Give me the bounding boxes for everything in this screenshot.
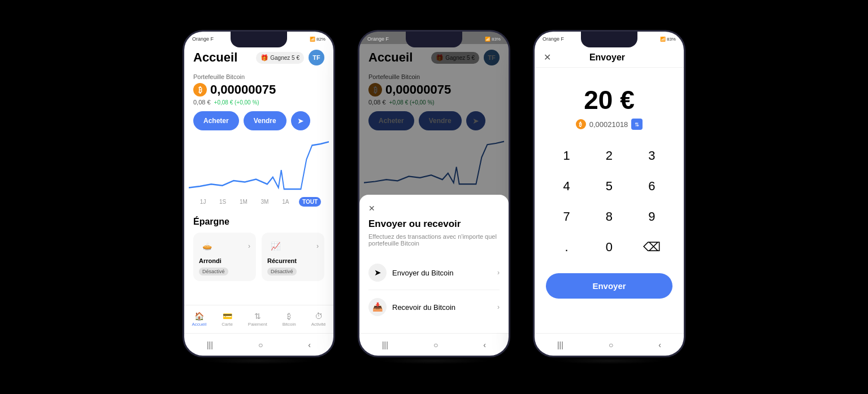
app-header-1: Accueil 🎁 Gagnez 5 € TF [184,44,333,70]
wallet-label-1: Portefeuille Bitcoin [193,73,324,80]
key-2[interactable]: 2 [588,141,630,170]
home-icon: 🏠 [194,312,204,321]
key-1[interactable]: 1 [546,141,587,170]
recevoir-label: Recevoir du Bitcoin [392,303,455,312]
android-btn-home-2[interactable]: ○ [433,340,438,349]
android-btn-back-2[interactable]: ‹ [483,340,486,349]
send-button-1[interactable]: ➤ [291,111,310,130]
modal-item-envoyer[interactable]: ➤ Envoyer du Bitcoin › [368,256,500,290]
key-8[interactable]: 8 [588,202,630,231]
time-filter-1: 1J 1S 1M 3M 1A TOUT [184,195,333,209]
filter-3m[interactable]: 3M [258,197,272,207]
envoyer-main-button-3[interactable]: Envoyer [546,273,672,299]
nav-paiement-1[interactable]: ⇅ Paiement [248,312,267,327]
android-btn-menu-2[interactable]: ||| [382,340,388,349]
android-nav-2: ||| ○ ‹ [359,333,509,356]
app-nav-1: 🏠 Accueil 💳 Carte ⇅ Paiement ₿ Bitcoin [184,305,333,333]
key-3[interactable]: 3 [631,141,672,170]
epargne-title-1: Épargne [193,217,324,227]
filter-1s[interactable]: 1S [216,197,229,207]
wallet-amount-value-1: 0,00000075 [210,82,276,97]
nav-activite-1[interactable]: ⏱ Activité [311,312,326,327]
wallet-eur-1: 0,08 € +0,08 € (+0,00 %) [193,99,324,106]
bitcoin-nav-icon: ₿ [287,312,291,321]
key-7[interactable]: 7 [546,202,587,231]
nav-carte-label: Carte [222,322,233,327]
android-btn-home[interactable]: ○ [258,340,263,349]
screen-3: ✕ Envoyer 20 € ₿ 0,00021018 ⇅ 1 2 [535,44,684,333]
status-bar-3: Orange F 16:54 📶 83% [535,32,684,44]
android-btn-back[interactable]: ‹ [308,340,311,349]
phone-3: Orange F 16:54 📶 83% ✕ Envoyer 20 € [533,30,685,364]
filter-1j[interactable]: 1J [197,197,210,207]
header-right-1: 🎁 Gagnez 5 € TF [256,50,324,65]
key-4[interactable]: 4 [546,172,587,201]
gagnez-button-1[interactable]: 🎁 Gagnez 5 € [256,52,304,64]
send-big-amount-3: 20 € [584,85,635,115]
key-6[interactable]: 6 [631,172,672,201]
gagnez-label-1: Gagnez 5 € [270,55,300,61]
android-nav-3: ||| ○ ‹ [535,333,684,356]
screen-2: Accueil 🎁 Gagnez 5 € TF Portefeuille Bit… [359,44,509,333]
btc-equivalent-3: 0,00021018 [589,120,628,129]
phone-shadow-2 [377,357,491,364]
avatar-1: TF [309,50,324,65]
android-btn-back-3[interactable]: ‹ [658,340,661,349]
time-3: 16:54 [606,36,619,42]
time-2: 16:54 [431,36,444,42]
phone-shadow-3 [553,357,666,364]
swap-icon-3[interactable]: ⇅ [631,119,643,130]
screen-1: Accueil 🎁 Gagnez 5 € TF Portefeuille Bit… [184,44,333,333]
gift-icon-1: 🎁 [261,54,268,62]
arrondi-chevron: › [248,242,250,250]
android-btn-menu-3[interactable]: ||| [557,340,563,349]
arrondi-status: Désactivé [199,268,228,275]
modal-close-2[interactable]: ✕ [368,204,500,213]
key-backspace[interactable]: ⌫ [631,233,672,262]
recurrent-icon: 📈 [267,238,283,254]
modal-item-recevoir[interactable]: 📥 Recevoir du Bitcoin › [368,290,500,324]
filter-1a[interactable]: 1A [279,197,292,207]
epargne-cards-1: 🥧 › Arrondi Désactivé 📈 › Récurrent [193,233,324,281]
acheter-button-1[interactable]: Acheter [193,111,239,130]
android-btn-menu[interactable]: ||| [207,340,213,349]
card-icon: 💳 [223,312,232,321]
phone-2: Orange F 16:54 📶 83% Accueil 🎁 [358,30,510,364]
nav-carte-1[interactable]: 💳 Carte [222,312,233,327]
nav-bitcoin-1[interactable]: ₿ Bitcoin [283,312,296,327]
send-btn-container-3: Envoyer [535,268,684,308]
key-9[interactable]: 9 [631,202,672,231]
epargne-card-recurrent[interactable]: 📈 › Récurrent Désactivé [262,233,324,281]
envoyer-chevron: › [497,269,500,277]
time-1: 16:30 [255,36,268,42]
nav-accueil-1[interactable]: 🏠 Accueil [192,312,207,327]
wallet-section-1: Portefeuille Bitcoin ₿ 0,00000075 0,08 €… [184,70,333,138]
phone-shadow-1 [202,357,315,364]
key-5[interactable]: 5 [588,172,630,201]
recevoir-chevron: › [497,303,500,311]
filter-1m[interactable]: 1M [236,197,251,207]
recurrent-chevron: › [316,242,319,250]
phones-container: Orange F 16:30 📶 82% Accueil 🎁 Gagnez 5 … [171,19,697,375]
activity-icon: ⏱ [315,312,323,321]
recurrent-status: Désactivé [267,268,297,275]
status-bar-2: Orange F 16:54 📶 83% [359,32,509,44]
filter-tout[interactable]: TOUT [299,197,321,207]
btc-icon-1: ₿ [193,83,207,97]
status-bar-1: Orange F 16:30 📶 82% [184,32,333,44]
carrier-time-1: Orange F [192,36,214,42]
epargne-section-1: Épargne 🥧 › Arrondi Désactivé [184,213,333,284]
vendre-button-1[interactable]: Vendre [244,111,287,130]
numpad-3: 1 2 3 4 5 6 7 8 9 . 0 ⌫ [535,135,684,268]
send-header-3: ✕ Envoyer [535,44,684,68]
status-icons-1: 📶 82% [310,37,326,42]
android-btn-home-3[interactable]: ○ [609,340,613,349]
epargne-card-arrondi[interactable]: 🥧 › Arrondi Désactivé [193,233,256,281]
nav-bitcoin-label: Bitcoin [283,322,296,327]
status-icons-3: 📶 83% [660,37,676,42]
send-btc-row-3: ₿ 0,00021018 ⇅ [576,119,643,130]
send-close-3[interactable]: ✕ [544,52,551,63]
key-0[interactable]: 0 [588,233,630,262]
payment-icon: ⇅ [254,312,261,321]
key-dot[interactable]: . [546,233,587,262]
